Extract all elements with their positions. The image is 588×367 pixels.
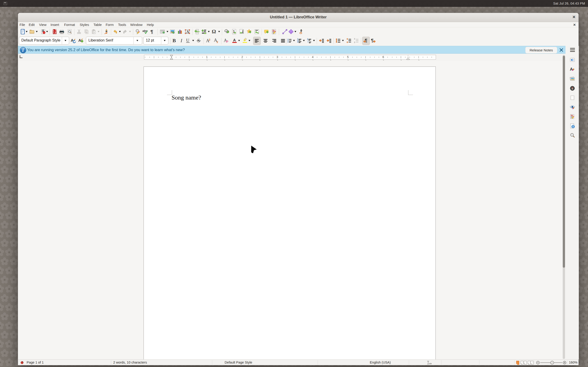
svg-text:U: U (186, 38, 190, 43)
svg-text:A: A (186, 30, 189, 34)
svg-text:1: 1 (297, 38, 299, 41)
svg-text:1: 1 (307, 38, 309, 41)
svg-text:I: I (180, 38, 183, 43)
svg-text:¶: ¶ (150, 29, 153, 34)
svg-text:A: A (570, 67, 573, 72)
svg-text:2: 2 (209, 38, 210, 41)
svg-text:A: A (78, 38, 81, 43)
svg-text:i: i (22, 48, 24, 53)
svg-text:Ω: Ω (212, 29, 216, 34)
svg-text:2: 2 (297, 40, 299, 43)
svg-text:2: 2 (216, 40, 218, 43)
svg-text:¶: ¶ (371, 38, 373, 43)
svg-text:B: B (173, 38, 176, 43)
svg-text:A: A (233, 38, 236, 42)
